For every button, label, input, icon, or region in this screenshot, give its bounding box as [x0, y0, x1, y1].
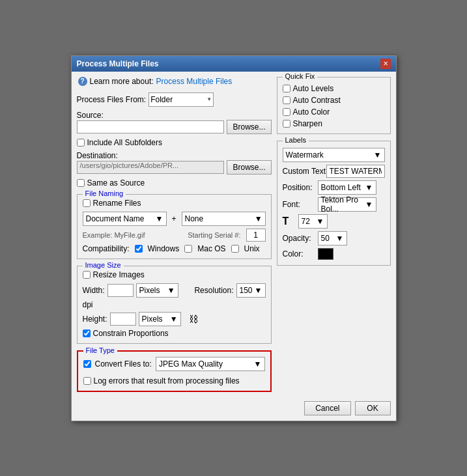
convert-files-label: Convert Files to: [95, 359, 152, 369]
watermark-dropdown[interactable]: Watermark ▼ [283, 148, 385, 162]
example-label: Example: MyFile.gif [83, 231, 145, 239]
color-row: Color: [283, 248, 385, 260]
color-picker[interactable] [318, 248, 333, 260]
example-row: Example: MyFile.gif Starting Serial #: [83, 229, 266, 242]
height-input[interactable] [110, 313, 136, 326]
none-dropdown[interactable]: None ▼ [182, 212, 266, 226]
unix-label: Unix [244, 244, 260, 253]
file-type-section: File Type Convert Files to: JPEG Max Qua… [77, 350, 272, 392]
auto-color-checkbox[interactable] [283, 108, 290, 116]
windows-label: Windows [148, 244, 180, 253]
cancel-button[interactable]: Cancel [304, 401, 350, 415]
same-as-source-checkbox[interactable] [77, 179, 85, 187]
source-label: Source: [77, 111, 272, 120]
ok-button[interactable]: OK [355, 401, 391, 415]
source-browse-button[interactable]: Browse... [227, 120, 271, 134]
resize-images-row: Resize Images [83, 270, 266, 279]
dialog-title: Process Multiple Files [77, 59, 159, 68]
source-input-row: Browse... [77, 120, 272, 134]
width-row: Width: Pixels ▼ Resolution: 150 ▼ dpi [83, 283, 266, 309]
auto-levels-checkbox[interactable] [283, 85, 290, 92]
bottom-buttons: Cancel OK [72, 397, 396, 421]
windows-checkbox[interactable] [135, 245, 143, 253]
quick-fix-section: Quick Fix Auto Levels Auto Contrast Auto… [277, 77, 391, 134]
source-input[interactable] [77, 120, 225, 133]
position-label: Position: [283, 183, 315, 192]
right-panel: Quick Fix Auto Levels Auto Contrast Auto… [277, 77, 391, 392]
compat-row: Compatibility: Windows Mac OS Unix [83, 244, 266, 253]
width-input[interactable] [107, 284, 134, 297]
convert-files-checkbox[interactable] [83, 360, 91, 368]
convert-files-row: Convert Files to: JPEG Max Quality ▼ [83, 357, 265, 371]
height-label: Height: [83, 315, 107, 324]
same-as-source-row: Same as Source [77, 178, 272, 188]
file-naming-title: File Naming [83, 189, 126, 197]
destination-browse-button[interactable]: Browse... [227, 160, 271, 175]
serial-input[interactable] [246, 229, 266, 242]
height-row: Height: Pixels ▼ ⛓ [83, 312, 266, 326]
process-multiple-files-dialog: Process Multiple Files ✕ ? Learn more ab… [71, 55, 397, 421]
compat-label: Compatibility: [83, 244, 130, 253]
constrain-row: Constrain Proportions [83, 329, 266, 338]
opacity-dropdown[interactable]: 50 ▼ [318, 231, 347, 245]
left-panel: ? Learn more about: Process Multiple Fil… [77, 77, 272, 392]
auto-levels-label: Auto Levels [293, 84, 334, 93]
image-size-section: Image Size Resize Images Width: Pixels ▼… [77, 266, 272, 344]
convert-dropdown[interactable]: JPEG Max Quality ▼ [156, 357, 265, 371]
watermark-row: Watermark ▼ [283, 148, 385, 162]
pixels-dropdown[interactable]: Pixels ▼ [136, 283, 178, 298]
custom-text-input[interactable] [326, 165, 385, 178]
auto-contrast-checkbox[interactable] [283, 96, 290, 104]
close-button[interactable]: ✕ [380, 59, 391, 69]
resize-images-checkbox[interactable] [83, 271, 91, 279]
link-icon: ⛓ [189, 314, 198, 324]
quick-fix-title: Quick Fix [283, 72, 318, 80]
help-link[interactable]: Process Multiple Files [156, 77, 233, 86]
sharpen-checkbox[interactable] [283, 120, 290, 128]
destination-section: Destination: /users/gio/pictures/Adobe/P… [77, 151, 272, 175]
process-files-label: Process Files From: [77, 95, 147, 104]
doc-name-arrow: ▼ [156, 214, 163, 223]
constrain-label: Constrain Proportions [93, 329, 169, 338]
position-dropdown[interactable]: Bottom Left ▼ [318, 180, 376, 195]
process-files-dropdown[interactable]: Folder ▼ [149, 92, 214, 107]
font-size-row: T 72 ▼ [283, 214, 385, 229]
quick-fix-options: Auto Levels Auto Contrast Auto Color Sha… [283, 84, 385, 128]
same-as-source-label: Same as Source [87, 178, 145, 188]
destination-input[interactable]: /users/gio/pictures/Adobe/PR... [77, 161, 225, 174]
serial-label: Starting Serial #: [188, 231, 240, 239]
font-size-dropdown[interactable]: 72 ▼ [298, 214, 328, 229]
pixels2-dropdown[interactable]: Pixels ▼ [139, 312, 181, 326]
unix-checkbox[interactable] [231, 245, 239, 253]
macos-label: Mac OS [197, 244, 225, 253]
log-errors-checkbox[interactable] [83, 377, 91, 385]
doc-name-dropdown[interactable]: Document Name ▼ [83, 212, 167, 226]
labels-title: Labels [283, 136, 309, 144]
dpi-label: dpi [83, 300, 93, 309]
rename-files-checkbox[interactable] [83, 199, 91, 207]
help-row: ? Learn more about: Process Multiple Fil… [77, 77, 272, 89]
title-bar: Process Multiple Files ✕ [72, 56, 396, 72]
resolution-dropdown[interactable]: 150 ▼ [236, 283, 266, 298]
learn-text: Learn more about: [90, 77, 154, 86]
opacity-label: Opacity: [283, 234, 315, 243]
resolution-label: Resolution: [194, 286, 233, 295]
rename-files-label: Rename Files [93, 199, 141, 208]
font-label: Font: [283, 200, 315, 209]
sharpen-row: Sharpen [283, 119, 385, 128]
macos-checkbox[interactable] [184, 245, 192, 253]
font-size-icon: T [283, 216, 296, 227]
auto-contrast-row: Auto Contrast [283, 96, 385, 105]
font-row: Font: Tekton Pro Bol... ▼ [283, 197, 385, 212]
labels-section: Labels Watermark ▼ Custom Text: Position… [277, 141, 391, 266]
constrain-checkbox[interactable] [83, 329, 91, 337]
auto-color-label: Auto Color [293, 107, 330, 117]
resize-images-label: Resize Images [93, 270, 145, 279]
auto-contrast-label: Auto Contrast [293, 96, 341, 105]
color-label: Color: [283, 249, 315, 259]
log-errors-label: Log errors that result from processing f… [94, 376, 240, 385]
dropdown-arrow: ▼ [206, 96, 212, 102]
font-dropdown[interactable]: Tekton Pro Bol... ▼ [318, 197, 376, 212]
source-section: Source: Browse... [77, 111, 272, 134]
include-subfolders-checkbox[interactable] [77, 139, 85, 147]
